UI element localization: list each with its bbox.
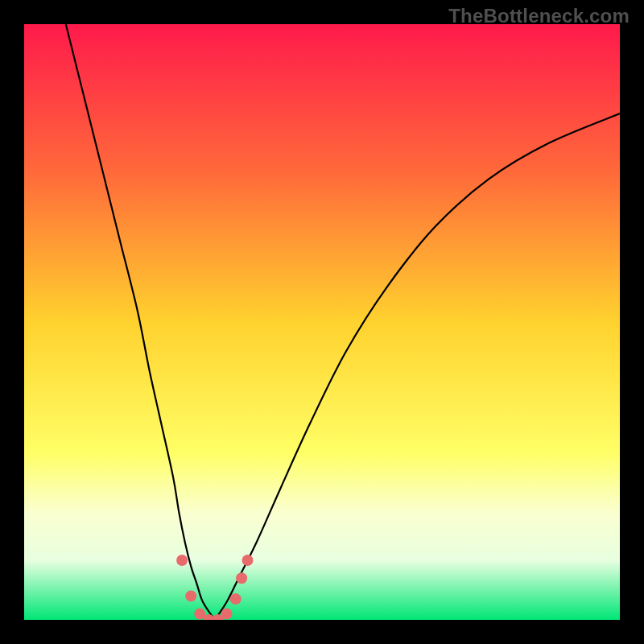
data-point xyxy=(176,555,188,566)
data-point xyxy=(221,609,233,620)
bottleneck-chart xyxy=(24,24,620,620)
data-point xyxy=(236,572,247,584)
chart-frame: TheBottleneck.com xyxy=(0,0,644,644)
data-point xyxy=(185,590,196,601)
watermark-text: TheBottleneck.com xyxy=(448,5,630,27)
data-point xyxy=(242,555,254,566)
data-point xyxy=(230,593,242,605)
plot-background xyxy=(24,24,620,620)
